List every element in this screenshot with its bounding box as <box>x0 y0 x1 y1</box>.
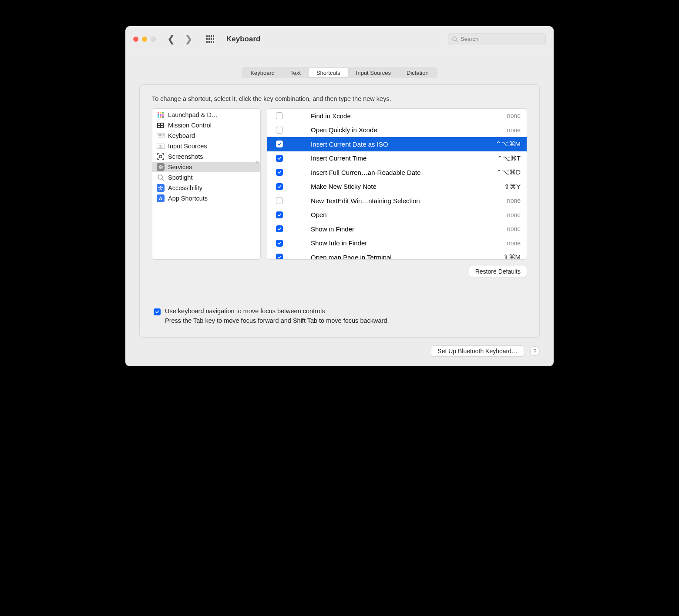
restore-defaults-button[interactable]: Restore Defaults <box>469 266 527 277</box>
sidebar-item-mission-control[interactable]: Mission Control <box>152 120 260 131</box>
tab-dictation[interactable]: Dictation <box>399 68 437 77</box>
service-checkbox[interactable] <box>276 211 283 218</box>
sidebar-item-app-shortcuts[interactable]: AApp Shortcuts <box>152 193 260 204</box>
service-label: Open <box>311 211 488 218</box>
service-row[interactable]: Show Info in Findernone <box>267 236 527 251</box>
service-checkbox[interactable] <box>276 155 283 162</box>
service-checkbox[interactable] <box>276 169 283 176</box>
sidebar-item-spotlight[interactable]: Spotlight <box>152 172 260 183</box>
svg-rect-13 <box>161 124 163 125</box>
service-shortcut[interactable]: ⌃⌥⌘M <box>494 140 521 148</box>
search-input[interactable] <box>461 36 542 42</box>
titlebar: ❮ ❯ Keyboard <box>125 26 554 52</box>
tab-input-sources[interactable]: Input Sources <box>348 68 399 77</box>
zoom-window-button[interactable] <box>151 37 156 42</box>
service-shortcut[interactable]: none <box>494 240 521 247</box>
svg-rect-7 <box>162 114 164 116</box>
service-shortcut[interactable]: none <box>494 197 521 204</box>
svg-rect-26 <box>163 135 164 136</box>
svg-line-1 <box>456 40 458 42</box>
minimize-window-button[interactable] <box>142 37 147 42</box>
search-field[interactable] <box>448 33 546 45</box>
svg-rect-18 <box>159 134 160 135</box>
forward-button[interactable]: ❯ <box>185 33 192 45</box>
setup-bluetooth-button[interactable]: Set Up Bluetooth Keyboard… <box>431 345 524 357</box>
svg-point-33 <box>160 186 161 187</box>
service-checkbox[interactable] <box>276 141 283 147</box>
sidebar-item-accessibility[interactable]: Accessibility <box>152 183 260 193</box>
traffic-lights <box>133 37 156 42</box>
svg-rect-15 <box>161 126 163 127</box>
tab-bar: KeyboardTextShortcutsInput SourcesDictat… <box>242 67 437 78</box>
service-checkbox[interactable] <box>276 254 283 259</box>
service-row[interactable]: Open man Page in Terminal⇧⌘M <box>267 250 527 259</box>
service-row[interactable]: Open Quickly in Xcodenone <box>267 123 527 137</box>
service-label: Show Info in Finder <box>311 239 488 247</box>
service-shortcut[interactable]: none <box>494 127 521 134</box>
shortcut-list-panel: Find in XcodenoneOpen Quickly in Xcodeno… <box>267 108 527 260</box>
keyboard-nav-checkbox[interactable] <box>154 308 161 315</box>
svg-rect-10 <box>162 116 164 118</box>
svg-rect-21 <box>163 134 164 135</box>
sidebar-item-label: Spotlight <box>168 174 192 181</box>
help-button[interactable]: ? <box>530 346 540 356</box>
service-row[interactable]: Insert Current Date as ISO⌃⌥⌘M <box>267 137 527 151</box>
service-checkbox[interactable] <box>276 225 283 232</box>
service-row[interactable]: Find in Xcodenone <box>267 109 527 123</box>
shortcut-list[interactable]: Find in XcodenoneOpen Quickly in Xcodeno… <box>267 109 527 259</box>
gear-icon: ✻ <box>157 163 165 171</box>
category-sidebar[interactable]: Launchpad & D…Mission ControlKeyboardあIn… <box>152 108 261 260</box>
service-label: Open Quickly in Xcode <box>311 126 488 134</box>
svg-rect-19 <box>160 134 161 135</box>
sidebar-item-label: Services <box>168 164 192 171</box>
sidebar-item-label: Mission Control <box>168 122 212 129</box>
service-checkbox[interactable] <box>276 240 283 247</box>
service-label: Insert Current Time <box>311 154 488 162</box>
service-shortcut[interactable]: ⌃⌥⌘D <box>494 168 521 176</box>
service-shortcut[interactable]: ⇧⌘Y <box>494 183 521 191</box>
close-window-button[interactable] <box>133 37 138 42</box>
service-row[interactable]: New TextEdit Win…ntaining Selectionnone <box>267 194 527 208</box>
sidebar-item-keyboard[interactable]: Keyboard <box>152 131 260 141</box>
service-row[interactable]: Opennone <box>267 208 527 222</box>
content-panel: To change a shortcut, select it, click t… <box>139 84 540 338</box>
svg-rect-4 <box>162 112 164 114</box>
sidebar-item-input-sources[interactable]: あInput Sources <box>152 141 260 151</box>
service-checkbox[interactable] <box>276 127 283 134</box>
service-shortcut[interactable]: ⌃⌥⌘T <box>494 154 521 162</box>
sidebar-item-label: Screenshots <box>168 153 203 160</box>
sidebar-item-services[interactable]: ✻Services <box>152 162 260 172</box>
sidebar-item-launchpad-d-[interactable]: Launchpad & D… <box>152 110 260 120</box>
service-row[interactable]: Make New Sticky Note⇧⌘Y <box>267 180 527 194</box>
restore-wrap: Restore Defaults <box>152 266 527 277</box>
back-button[interactable]: ❮ <box>167 33 175 45</box>
service-label: Make New Sticky Note <box>311 183 488 190</box>
svg-rect-17 <box>158 134 158 135</box>
svg-rect-3 <box>160 112 161 114</box>
service-checkbox[interactable] <box>276 197 283 204</box>
show-all-button[interactable] <box>206 35 214 43</box>
svg-point-0 <box>453 37 457 40</box>
service-checkbox[interactable] <box>276 112 283 119</box>
svg-rect-22 <box>158 135 158 136</box>
tab-keyboard[interactable]: Keyboard <box>242 68 282 77</box>
keyboard-nav-option: Use keyboard navigation to move focus be… <box>152 308 527 324</box>
svg-rect-2 <box>158 112 159 114</box>
service-shortcut[interactable]: ⇧⌘M <box>494 253 521 259</box>
app-icon: A <box>157 194 165 202</box>
tab-shortcuts[interactable]: Shortcuts <box>309 68 348 77</box>
svg-rect-12 <box>158 124 160 125</box>
service-row[interactable]: Insert Current Time⌃⌥⌘T <box>267 151 527 166</box>
service-label: Find in Xcode <box>311 112 488 120</box>
service-shortcut[interactable]: none <box>494 225 521 232</box>
service-row[interactable]: Insert Full Curren…an-Readable Date⌃⌥⌘D <box>267 165 527 180</box>
svg-rect-25 <box>161 135 162 136</box>
tab-text[interactable]: Text <box>282 68 309 77</box>
spotlight-icon <box>157 174 165 181</box>
tabs-container: KeyboardTextShortcutsInput SourcesDictat… <box>125 52 554 78</box>
service-row[interactable]: Show in Findernone <box>267 222 527 236</box>
service-shortcut[interactable]: none <box>494 211 521 218</box>
service-checkbox[interactable] <box>276 183 283 190</box>
service-shortcut[interactable]: none <box>494 112 521 119</box>
sidebar-item-screenshots[interactable]: Screenshots <box>152 151 260 162</box>
